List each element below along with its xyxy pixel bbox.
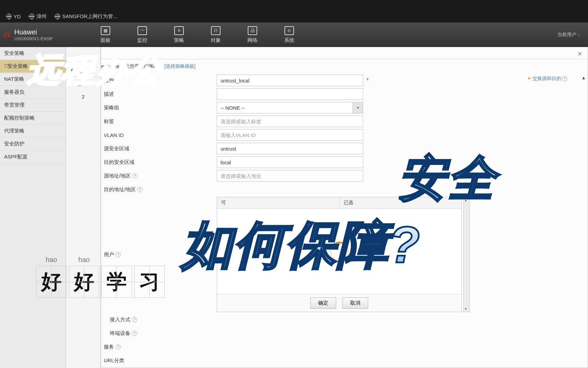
dst-zone-input[interactable]: [217, 156, 363, 168]
dialog-hint: 板来快速定义您需要的策略。 [选择策略模板]: [101, 59, 585, 74]
network-icon: 品: [248, 26, 257, 35]
label-dst-zone: 目的安全区域: [101, 159, 217, 166]
picker-available-header: 可: [217, 197, 340, 209]
main-area: 安全策略 🛡安全策略 NAT策略 服务器负 带宽管理 配额控制策略 代理策略 安…: [0, 47, 588, 368]
device-model: USG6000V1-ENSP: [14, 36, 53, 41]
desc-input[interactable]: [217, 88, 363, 100]
nav-monitor[interactable]: 〰监控: [124, 26, 161, 44]
name-input[interactable]: [217, 75, 363, 86]
label-src-zone: 源安全区域: [101, 145, 217, 152]
brand-name: Huawei: [14, 28, 53, 36]
help-icon[interactable]: ?: [115, 252, 121, 257]
nav-policy[interactable]: ≡策略: [161, 26, 197, 44]
sidebar-item-bandwidth[interactable]: 带宽管理: [0, 99, 66, 112]
sequence-column: 序号 1 2: [66, 47, 101, 368]
help-icon[interactable]: ?: [132, 331, 137, 336]
group-select[interactable]: [217, 102, 363, 113]
sidebar-item-aspf[interactable]: ASPF配置: [0, 151, 66, 164]
dialog-titlebar: ×: [101, 47, 588, 59]
globe-icon: [6, 14, 12, 19]
nav-dashboard[interactable]: ▦面板: [87, 26, 124, 44]
bookmark-sangfor[interactable]: SANGFOR上网行为管...: [55, 13, 117, 20]
object-icon: ☷: [211, 26, 220, 35]
ok-button[interactable]: 确定: [310, 297, 336, 309]
system-icon: ⎚: [284, 26, 294, 35]
monitor-icon: 〰: [137, 26, 147, 35]
vlan-input[interactable]: [217, 129, 363, 141]
help-icon[interactable]: ?: [115, 344, 121, 350]
src-zone-input[interactable]: [217, 143, 363, 154]
current-user-label: 当前用户：: [557, 32, 585, 38]
bookmark-zhangzhou[interactable]: 漳州: [29, 13, 47, 20]
label-dst-addr: 目的地址/地区?: [101, 186, 217, 193]
label-terminal: 终端设备?: [101, 330, 217, 337]
required-mark: *: [366, 77, 369, 83]
study-char: 习: [134, 266, 165, 298]
bookmark-yd[interactable]: YD: [6, 14, 21, 19]
study-char: hao好: [36, 266, 67, 298]
nav-object[interactable]: ☷对象: [197, 26, 234, 44]
label-src-addr: 源地址/地区?: [101, 173, 217, 179]
dashboard-icon: ▦: [101, 26, 110, 35]
help-icon[interactable]: ?: [132, 317, 137, 322]
left-sidebar: 安全策略 🛡安全策略 NAT策略 服务器负 带宽管理 配额控制策略 代理策略 安…: [0, 47, 66, 368]
overlay-title-blue2: 如何保障?: [182, 211, 421, 280]
policy-dialog: × ▴ 板来快速定义您需要的策略。 [选择策略模板] ✦ 交换源和目的? 名称*…: [101, 47, 588, 368]
scroll-up-icon[interactable]: ▴: [582, 74, 585, 81]
tag-input[interactable]: [217, 116, 363, 127]
label-vlan: VLAN ID: [101, 132, 217, 138]
globe-icon: [55, 14, 60, 19]
help-icon[interactable]: ?: [562, 76, 567, 81]
label-tag: 标签: [101, 118, 217, 125]
label-group: 策略组: [101, 105, 217, 111]
study-char: 学: [101, 266, 132, 298]
nav-system[interactable]: ⎚系统: [271, 26, 308, 44]
bookmark-bar: YD 漳州 SANGFOR上网行为管...: [0, 10, 588, 22]
globe-icon: [29, 14, 34, 19]
picker-scrollbar[interactable]: [463, 197, 470, 312]
help-icon[interactable]: ?: [132, 173, 137, 179]
swap-src-dst-link[interactable]: ✦ 交换源和目的?: [527, 76, 567, 82]
overlay-title-blue1: 安全: [398, 147, 497, 211]
study-char: hao好: [69, 266, 99, 298]
sidebar-item-proxy[interactable]: 代理策略: [0, 125, 66, 138]
brand-block: Huawei USG6000V1-ENSP: [3, 28, 87, 41]
label-service: 服务?: [101, 344, 217, 350]
chevron-down-icon[interactable]: ▾: [353, 102, 363, 113]
browser-top-bar: [0, 0, 588, 10]
help-icon[interactable]: ?: [137, 187, 143, 192]
cancel-button[interactable]: 取消: [342, 297, 368, 309]
sidebar-item-security-protect[interactable]: 安全防护: [0, 138, 66, 151]
close-icon[interactable]: ×: [577, 49, 582, 59]
template-link[interactable]: [选择策略模板]: [164, 63, 196, 69]
overlay-study-chars: hao好 hao好 学 习: [36, 266, 165, 298]
main-nav: ▦面板 〰监控 ≡策略 ☷对象 品网络 ⎚系统: [87, 26, 308, 44]
src-addr-input[interactable]: [217, 170, 363, 182]
nav-network[interactable]: 品网络: [234, 26, 271, 44]
overlay-title-green: 远程办公: [27, 48, 163, 93]
label-url: URL分类: [101, 357, 217, 364]
policy-icon: ≡: [174, 26, 184, 35]
app-header: Huawei USG6000V1-ENSP ▦面板 〰监控 ≡策略 ☷对象 品网…: [0, 22, 588, 47]
label-access: 接入方式?: [101, 317, 217, 323]
sidebar-item-quota[interactable]: 配额控制策略: [0, 112, 66, 125]
huawei-logo-icon: [3, 31, 11, 39]
